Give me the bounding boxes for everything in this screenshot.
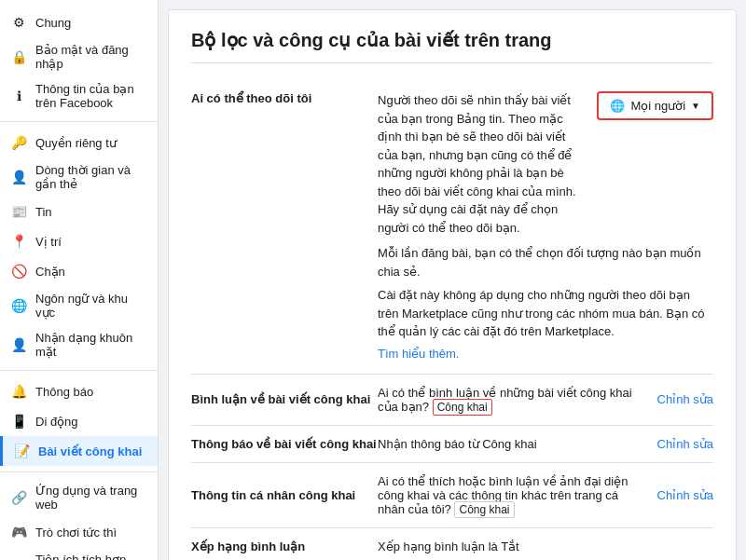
sidebar-divider-3 xyxy=(0,471,158,472)
binh-luan-edit-link[interactable]: Chỉnh sửa xyxy=(657,392,713,406)
sidebar-item-label: Thông báo xyxy=(35,385,93,399)
follow-header: Ai có thể theo dõi tôi Người theo dõi sẽ… xyxy=(191,91,713,237)
thong-tin-row: Thông tin cá nhân công khai Ai có thể th… xyxy=(191,463,713,528)
follow-description: Người theo dõi sẽ nhìn thấy bài viết của… xyxy=(378,91,587,237)
thong-bao-edit-link[interactable]: Chỉnh sửa xyxy=(657,437,713,451)
sidebar-item-label: Thông tin của bạn trên Facebook xyxy=(35,82,148,110)
xep-hang-label: Xếp hạng bình luận xyxy=(191,540,378,553)
thong-bao-action: Chỉnh sửa xyxy=(657,437,713,451)
sidebar-item-label: Nhận dạng khuôn mặt xyxy=(35,331,148,359)
sidebar-item-ngon-ngu[interactable]: 🌐 Ngôn ngữ và khu vực xyxy=(0,286,158,325)
sidebar-item-label: Ứng dụng và trang web xyxy=(35,484,148,512)
sidebar-divider xyxy=(0,121,158,122)
key-icon: 🔑 xyxy=(9,133,28,152)
dropdown-arrow-icon: ▼ xyxy=(691,101,700,111)
thong-tin-badge: Công khai xyxy=(454,501,514,518)
sidebar: ⚙ Chung 🔒 Bảo mật và đăng nhập ℹ Thông t… xyxy=(0,0,159,560)
app-icon: 🔗 xyxy=(9,488,28,507)
block-icon: 🚫 xyxy=(9,262,28,280)
learn-more-container: Tìm hiểu thêm. xyxy=(191,347,713,361)
binh-luan-value: Ai có thể bình luận về những bài viết cô… xyxy=(378,386,648,414)
thong-bao-value: Nhận thông báo từ Công khai xyxy=(378,437,648,451)
sidebar-item-ung-dung[interactable]: 🔗 Ứng dụng và trang web xyxy=(0,478,158,517)
sidebar-item-label: Ngôn ngữ và khu vực xyxy=(35,292,148,320)
sidebar-item-label: Quyền riêng tư xyxy=(35,136,117,150)
thong-tin-value: Ai có thể thích hoặc bình luận về ảnh đạ… xyxy=(378,474,648,516)
sidebar-item-chan[interactable]: 🚫 Chặn xyxy=(0,256,158,286)
binh-luan-row: Bình luận về bài viết công khai Ai có th… xyxy=(191,375,713,426)
globe-icon: 🌐 xyxy=(610,99,625,113)
sidebar-item-label: Dòng thời gian và gần thẻ xyxy=(35,163,148,191)
sidebar-item-tin[interactable]: 📰 Tin xyxy=(0,197,158,226)
follow-button-container: 🌐 Mọi người ▼ xyxy=(597,91,713,120)
sidebar-item-nhan-dang[interactable]: 👤 Nhận dạng khuôn mặt xyxy=(0,325,158,364)
sidebar-item-thong-bao[interactable]: 🔔 Thông báo xyxy=(0,376,158,406)
location-icon: 📍 xyxy=(9,232,28,251)
sidebar-item-label: Di động xyxy=(35,415,78,429)
user-icon: 👤 xyxy=(9,168,28,186)
thong-tin-action: Chỉnh sửa xyxy=(657,488,713,502)
sidebar-item-thong-tin[interactable]: ℹ Thông tin của bạn trên Facebook xyxy=(0,76,158,116)
sidebar-item-label: Tin xyxy=(35,205,52,219)
face-icon: 👤 xyxy=(9,335,28,354)
sidebar-item-dong-thoi-gian[interactable]: 👤 Dòng thời gian và gần thẻ xyxy=(0,157,158,197)
sidebar-item-label: Vị trí xyxy=(35,235,62,249)
xep-hang-value: Xếp hạng bình luận là Tắt xyxy=(378,540,704,553)
sidebar-item-chung[interactable]: ⚙ Chung xyxy=(0,7,158,37)
info-icon: ℹ xyxy=(9,87,28,105)
thong-tin-edit-link[interactable]: Chỉnh sửa xyxy=(657,488,713,502)
bell-icon: 🔔 xyxy=(9,382,28,401)
globe-icon: 🌐 xyxy=(9,296,28,315)
binh-luan-action: Chỉnh sửa xyxy=(657,392,713,406)
sidebar-item-bao-mat[interactable]: 🔒 Bảo mật và đăng nhập xyxy=(0,37,158,76)
mobile-icon: 📱 xyxy=(9,412,28,430)
binh-luan-badge: Công khai xyxy=(433,399,492,416)
sidebar-item-vi-tri[interactable]: 📍 Vị trí xyxy=(0,226,158,256)
sidebar-item-label: Tiện ích tích hợp cho doanh nghiệp xyxy=(35,553,148,560)
sidebar-item-label: Chung xyxy=(35,16,71,30)
gear-icon: ⚙ xyxy=(9,13,28,32)
post-icon: 📝 xyxy=(12,442,31,460)
content-area: Bộ lọc và công cụ của bài viết trên tran… xyxy=(168,9,737,560)
thong-tin-label: Thông tin cá nhân công khai xyxy=(191,488,378,502)
follow-desc-3: Cài đặt này không áp dụng cho những ngườ… xyxy=(191,286,713,341)
sidebar-item-tro-choi[interactable]: 🎮 Trò chơi tức thì xyxy=(0,517,158,547)
follow-desc-text: Người theo dõi sẽ nhìn thấy bài viết của… xyxy=(378,93,576,235)
binh-luan-label: Bình luận về bài viết công khai xyxy=(191,392,378,406)
page-container: ⚙ Chung 🔒 Bảo mật và đăng nhập ℹ Thông t… xyxy=(0,0,746,560)
xep-hang-row: Xếp hạng bình luận Xếp hạng bình luận là… xyxy=(191,528,713,561)
page-title: Bộ lọc và công cụ của bài viết trên tran… xyxy=(191,29,713,63)
sidebar-item-tien-ich[interactable]: 💼 Tiện ích tích hợp cho doanh nghiệp xyxy=(0,547,158,560)
follow-button-label: Mọi người xyxy=(630,99,685,113)
sidebar-item-label: Bài viết công khai xyxy=(38,444,142,458)
sidebar-item-label: Bảo mật và đăng nhập xyxy=(35,43,148,71)
sidebar-divider-2 xyxy=(0,370,158,371)
sidebar-item-label: Chặn xyxy=(35,265,65,279)
learn-more-link[interactable]: Tìm hiểu thêm. xyxy=(378,347,459,361)
game-icon: 🎮 xyxy=(9,523,28,541)
follow-dropdown-button[interactable]: 🌐 Mọi người ▼ xyxy=(597,91,713,120)
sidebar-item-bai-viet-cong-khai[interactable]: 📝 Bài viết công khai xyxy=(0,436,158,466)
thong-bao-row: Thông báo về bài viết công khai Nhận thô… xyxy=(191,426,713,463)
sidebar-item-label: Trò chơi tức thì xyxy=(35,526,117,540)
main-content: ⚙ Chung 🔒 Bảo mật và đăng nhập ℹ Thông t… xyxy=(0,0,746,560)
follow-section: Ai có thể theo dõi tôi Người theo dõi sẽ… xyxy=(191,78,713,375)
lock-icon: 🔒 xyxy=(9,48,28,66)
sidebar-item-quyen-rieng-tu[interactable]: 🔑 Quyền riêng tư xyxy=(0,128,158,157)
news-icon: 📰 xyxy=(9,202,28,221)
follow-label: Ai có thể theo dõi tôi xyxy=(191,91,378,105)
thong-bao-label: Thông báo về bài viết công khai xyxy=(191,437,378,451)
sidebar-item-di-dong[interactable]: 📱 Di động xyxy=(0,406,158,436)
follow-desc-2: Mỗi lần đăng bài, bạn có thể chọn đối tư… xyxy=(191,244,713,280)
